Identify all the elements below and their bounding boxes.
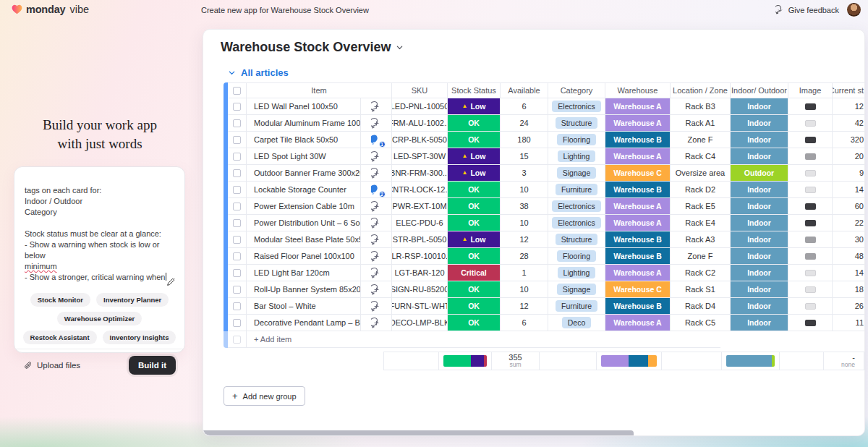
column-header-category[interactable]: Category	[548, 82, 605, 98]
location-zone-cell[interactable]: Rack A3	[671, 231, 731, 248]
warehouse-label[interactable]: Warehouse A	[605, 148, 670, 164]
suggestion-chip-stock-monitor[interactable]: Stock Monitor	[30, 293, 90, 307]
item-updates-cell[interactable]: 2	[361, 182, 392, 198]
category-chip[interactable]: Structure	[556, 117, 598, 129]
item-name-cell[interactable]: Outdoor Banner Frame 300x200	[247, 165, 361, 182]
row-checkbox[interactable]	[233, 219, 241, 227]
indoor-outdoor-label[interactable]: Indoor	[731, 298, 788, 314]
product-image-thumbnail[interactable]	[805, 187, 816, 193]
column-header-indoor-outdoor[interactable]: Indoor/ Outdoor	[731, 82, 788, 98]
product-image-thumbnail[interactable]	[805, 103, 816, 110]
add-update-icon[interactable]	[371, 318, 382, 328]
row-checkbox[interactable]	[233, 203, 241, 210]
available-cell[interactable]: 15	[501, 148, 548, 165]
location-zone-cell[interactable]: Rack E4	[671, 215, 731, 231]
available-cell[interactable]: 28	[501, 248, 548, 265]
row-checkbox[interactable]	[233, 103, 241, 111]
add-update-icon[interactable]	[371, 151, 382, 162]
current-stock-cell[interactable]: 320	[833, 132, 865, 148]
sku-cell[interactable]: ELEC-PDU-6	[392, 215, 448, 231]
location-zone-cell[interactable]: Rack C2	[671, 265, 731, 281]
item-name-cell[interactable]: LED Spot Light 30W	[247, 148, 361, 165]
warehouse-label[interactable]: Warehouse C	[605, 281, 670, 297]
warehouse-label[interactable]: Warehouse B	[605, 298, 670, 314]
add-update-icon[interactable]	[371, 268, 382, 278]
warehouse-label[interactable]: Warehouse B	[605, 182, 670, 197]
category-chip[interactable]: Flooring	[557, 134, 596, 145]
available-cell[interactable]: 3	[501, 165, 548, 182]
item-updates-cell[interactable]	[361, 231, 392, 248]
row-checkbox[interactable]	[233, 136, 241, 144]
current-stock-cell[interactable]: 11	[833, 315, 865, 331]
item-name-cell[interactable]: Bar Stool – White	[247, 298, 361, 315]
suggestion-chip-restock-assistant[interactable]: Restock Assistant	[23, 331, 97, 344]
indoor-outdoor-label[interactable]: Indoor	[731, 182, 788, 197]
item-name-cell[interactable]: LED Light Bar 120cm	[247, 265, 361, 281]
status-label[interactable]: OK	[448, 115, 500, 131]
suggestion-chip-inventory-insights[interactable]: Inventory Insights	[103, 331, 176, 344]
sku-cell[interactable]: PWR-EXT-10M	[392, 198, 448, 215]
product-image-thumbnail[interactable]	[805, 220, 816, 226]
category-chip[interactable]: Furniture	[556, 300, 597, 312]
suggestion-chip-inventory-planner[interactable]: Inventory Planner	[96, 293, 169, 307]
location-zone-cell[interactable]: Rack S1	[671, 281, 731, 298]
product-image-thumbnail[interactable]	[805, 170, 816, 176]
indoor-outdoor-label[interactable]: Indoor	[731, 132, 788, 148]
item-updates-cell[interactable]	[361, 165, 392, 182]
column-header-image[interactable]: Image	[788, 82, 833, 98]
category-chip[interactable]: Flooring	[557, 250, 596, 262]
ai-rewrite-icon[interactable]	[166, 277, 176, 290]
sku-cell[interactable]: LED-PNL-10050	[392, 98, 448, 115]
category-chip[interactable]: Electronics	[552, 101, 600, 112]
location-zone-cell[interactable]: Oversize area	[671, 165, 731, 182]
product-image-thumbnail[interactable]	[805, 286, 816, 293]
column-header-location-zone[interactable]: Location / Zone	[671, 82, 731, 98]
available-cell[interactable]: 6	[501, 315, 548, 331]
current-stock-cell[interactable]: 12	[833, 98, 865, 115]
row-checkbox[interactable]	[233, 119, 241, 127]
sku-cell[interactable]: CRP-BLK-5050	[392, 132, 448, 148]
location-zone-cell[interactable]: Rack A1	[671, 115, 731, 132]
category-chip[interactable]: Lighting	[558, 267, 596, 278]
category-chip[interactable]: Signage	[557, 167, 597, 179]
warehouse-label[interactable]: Warehouse B	[605, 248, 670, 264]
sku-cell[interactable]: BNR-FRM-300...	[392, 165, 448, 182]
product-image-thumbnail[interactable]	[805, 120, 816, 127]
prompt-input[interactable]: tags on each card for:Indoor / OutdoorCa…	[14, 167, 184, 283]
sku-cell[interactable]: FRM-ALU-1002...	[392, 115, 448, 132]
status-label[interactable]: OK	[448, 248, 500, 264]
sku-cell[interactable]: FURN-STL-WHT	[392, 298, 448, 315]
monday-vibe-logo[interactable]: mondayvibe	[12, 4, 89, 15]
status-label[interactable]: OK	[448, 298, 500, 314]
row-checkbox[interactable]	[233, 319, 241, 327]
status-label[interactable]: ▲Low	[448, 231, 500, 247]
item-name-cell[interactable]: Decorative Pendant Lamp – Black	[247, 315, 361, 331]
add-update-icon[interactable]	[371, 168, 382, 179]
location-zone-cell[interactable]: Rack B3	[671, 98, 731, 115]
item-name-cell[interactable]: Power Extension Cable 10m	[247, 198, 361, 215]
build-it-button[interactable]: Build it	[129, 356, 176, 375]
indoor-outdoor-label[interactable]: Indoor	[731, 115, 788, 131]
available-cell[interactable]: 6	[501, 98, 548, 115]
add-update-icon[interactable]	[371, 201, 382, 212]
warehouse-label[interactable]: Warehouse A	[605, 98, 670, 114]
warehouse-label[interactable]: Warehouse A	[605, 115, 670, 131]
status-label[interactable]: ▲Low	[448, 148, 500, 164]
item-name-cell[interactable]: Carpet Tile Black 50x50	[247, 132, 361, 148]
status-label[interactable]: Critical	[448, 265, 500, 281]
category-chip[interactable]: Electronics	[552, 200, 600, 212]
item-updates-cell[interactable]	[361, 148, 392, 165]
item-name-cell[interactable]: Power Distribution Unit – 6 Sock...	[247, 215, 361, 231]
indoor-outdoor-label[interactable]: Indoor	[731, 215, 788, 231]
product-image-thumbnail[interactable]	[805, 203, 816, 210]
location-zone-cell[interactable]: Zone F	[671, 248, 731, 265]
available-cell[interactable]: 12	[501, 298, 548, 315]
available-cell[interactable]: 10	[501, 182, 548, 198]
warehouse-label[interactable]: Warehouse C	[605, 165, 670, 181]
current-stock-cell[interactable]: 20	[833, 148, 865, 165]
available-cell[interactable]: 1	[501, 265, 548, 281]
item-updates-cell[interactable]	[361, 315, 392, 331]
available-cell[interactable]: 10	[501, 281, 548, 298]
category-chip[interactable]: Furniture	[556, 184, 597, 195]
current-stock-cell[interactable]: 30	[833, 231, 865, 248]
